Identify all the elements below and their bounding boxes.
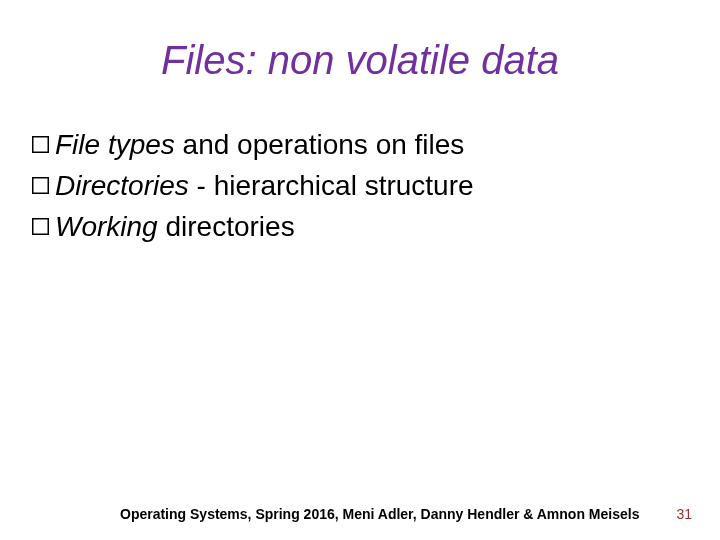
square-bullet-icon	[32, 136, 49, 153]
bullet-text: File types and operations on files	[55, 127, 464, 162]
square-bullet-icon	[32, 218, 49, 235]
list-item: File types and operations on files	[32, 127, 720, 162]
square-bullet-icon	[32, 177, 49, 194]
svg-rect-2	[33, 219, 49, 235]
bullet-list: File types and operations on files Direc…	[32, 127, 720, 244]
footer-text: Operating Systems, Spring 2016, Meni Adl…	[120, 506, 639, 522]
svg-rect-1	[33, 178, 49, 194]
slide-title: Files: non volatile data	[0, 38, 720, 83]
list-item: Directories - hierarchical structure	[32, 168, 720, 203]
list-item: Working directories	[32, 209, 720, 244]
bullet-text: Working directories	[55, 209, 295, 244]
svg-rect-0	[33, 137, 49, 153]
page-number: 31	[676, 506, 692, 522]
slide-footer: Operating Systems, Spring 2016, Meni Adl…	[0, 506, 720, 522]
bullet-text: Directories - hierarchical structure	[55, 168, 474, 203]
